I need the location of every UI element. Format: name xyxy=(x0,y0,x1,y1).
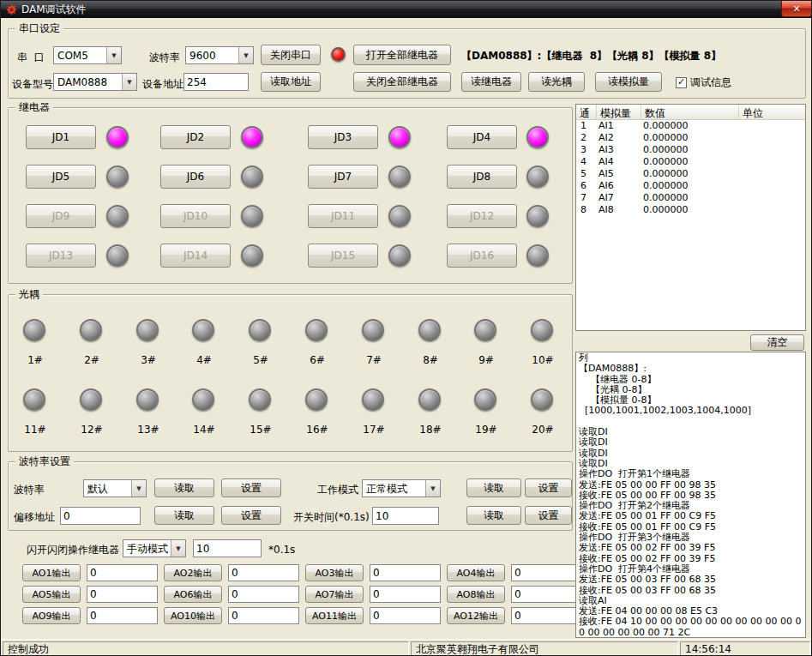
log-line: 操作DO 打开第1个继电器 xyxy=(579,469,804,479)
ao-output-button-8[interactable]: AO8输出 xyxy=(447,586,505,603)
ao-output-input-11[interactable] xyxy=(370,607,441,624)
log-line: 接收:FE 04 10 00 00 00 00 00 00 00 00 00 0… xyxy=(579,617,804,638)
ao-output-button-3[interactable]: AO3输出 xyxy=(305,564,364,581)
log-line: 发送:FE 05 00 02 FF 00 39 F5 xyxy=(579,543,804,553)
log-line: 发送:FE 05 00 01 FF 00 C9 F5 xyxy=(579,511,804,521)
log-line: 读取DI xyxy=(579,427,804,437)
ao-output-button-6[interactable]: AO6输出 xyxy=(164,586,222,603)
ao-output-button-7[interactable]: AO7输出 xyxy=(305,586,364,603)
ao-output-input-9[interactable] xyxy=(87,607,158,624)
ao-output-input-5[interactable] xyxy=(87,586,158,603)
ao-output-button-11[interactable]: AO11输出 xyxy=(305,607,364,624)
ao-output-button-9[interactable]: AO9输出 xyxy=(22,607,81,624)
ao-output-input-7[interactable] xyxy=(370,586,441,603)
ao-output-input-12[interactable] xyxy=(511,607,582,624)
log-line: [1000,1001,1002,1003,1004,1000] xyxy=(579,406,804,416)
log-panel[interactable]: 列【DAM0888】: 【继电器 0-8】 【光耦 0-8】 【模拟量 0-8】… xyxy=(575,352,806,638)
ao-output-button-2[interactable]: AO2输出 xyxy=(164,564,222,581)
ao-output-input-3[interactable] xyxy=(370,564,441,581)
ao-output-button-10[interactable]: AO10输出 xyxy=(164,607,222,624)
ao-output-input-1[interactable] xyxy=(87,564,158,581)
log-line: 发送:FE 05 00 00 FF 00 98 35 xyxy=(579,480,804,490)
ao-output-button-4[interactable]: AO4输出 xyxy=(447,564,505,581)
ao-output-button-5[interactable]: AO5输出 xyxy=(22,586,81,603)
status-bar: 控制成功 北京聚英翱翔电子有限公司 14:56:14 xyxy=(1,639,811,656)
company-name: 北京聚英翱翔电子有限公司 xyxy=(411,641,678,656)
log-line: 读取DI xyxy=(579,448,804,459)
ao-output-button-12[interactable]: AO12输出 xyxy=(447,607,505,624)
ao-output-input-4[interactable] xyxy=(511,564,582,581)
log-line: 读取DI xyxy=(579,437,804,448)
ao-output-input-2[interactable] xyxy=(228,564,299,581)
ao-output-input-6[interactable] xyxy=(228,586,299,603)
ao-output-input-8[interactable] xyxy=(511,586,582,603)
log-line xyxy=(579,417,804,427)
log-line: 接收:FE 05 00 03 FF 00 68 35 xyxy=(579,586,804,596)
ao-output-button-1[interactable]: AO1输出 xyxy=(22,564,81,581)
log-line: 发送:FE 05 00 03 FF 00 68 35 xyxy=(579,575,804,585)
status-message: 控制成功 xyxy=(3,641,409,656)
app-window: DAM调试软件 ✕ 串口设定 串 口 COM5 ▼ 波特率 9600 ▼ 关闭串… xyxy=(0,0,812,656)
ao-output-input-10[interactable] xyxy=(228,607,299,624)
log-line: 【DAM0888】: xyxy=(579,364,804,374)
status-time: 14:56:14 xyxy=(680,641,810,656)
